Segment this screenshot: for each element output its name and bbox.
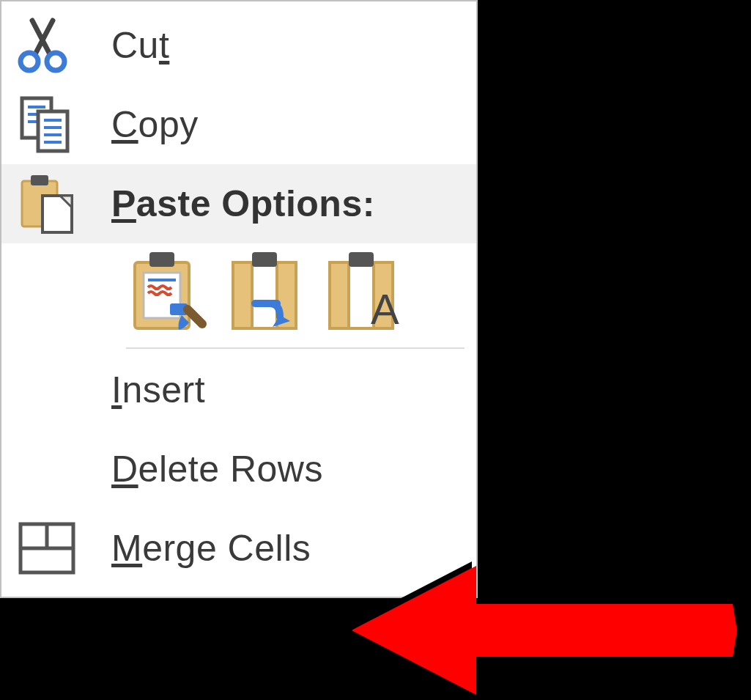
menu-item-cut[interactable]: Cut [1,6,476,85]
svg-point-0 [21,53,38,70]
merge-cells-icon [9,521,111,575]
menu-item-copy[interactable]: Copy [1,85,476,164]
svg-rect-20 [252,252,277,267]
menu-item-copy-label: Copy [111,103,199,146]
menu-item-insert[interactable]: Insert [1,350,476,430]
svg-point-1 [47,53,64,70]
paste-keep-source-formatting-icon[interactable] [126,248,207,336]
menu-item-paste-options-label: Paste Options: [111,183,375,225]
menu-item-cut-label: Cut [111,24,169,67]
svg-rect-16 [149,252,174,267]
menu-item-delete-rows[interactable]: Delete Rows [1,430,476,509]
svg-rect-6 [38,111,67,151]
context-menu: Cut Copy [0,0,478,598]
menu-item-merge-cells-label: Merge Cells [111,527,311,570]
menu-item-delete-rows-label: Delete Rows [111,448,323,490]
paste-icon [9,172,111,235]
menu-item-merge-cells[interactable]: Merge Cells [1,509,476,588]
svg-rect-12 [31,175,48,185]
menu-item-paste-options[interactable]: Paste Options: [1,164,476,243]
svg-rect-22 [349,252,374,267]
paste-text-only-icon[interactable]: A [319,248,400,336]
paste-merge-formatting-icon[interactable] [223,248,303,336]
menu-item-insert-label: Insert [111,369,205,411]
menu-separator [126,347,465,349]
copy-icon [9,95,111,154]
paste-options-icons: A [1,243,476,345]
svg-text:A: A [371,285,399,333]
cut-icon [9,18,111,73]
